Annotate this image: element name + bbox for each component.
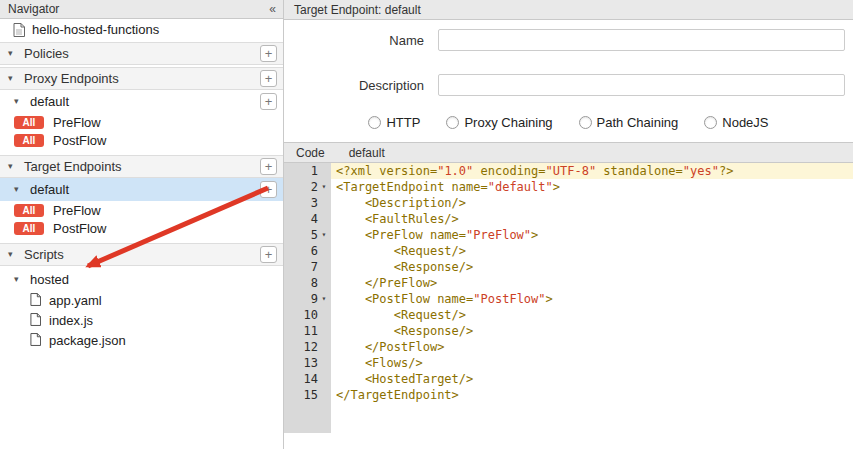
section-scripts[interactable]: ▾ Scripts +	[0, 243, 283, 266]
code-row[interactable]: 10 <Request/>	[284, 307, 853, 323]
code-row[interactable]: 8 </PreFlow>	[284, 275, 853, 291]
tree-item-target-endpoint-default[interactable]: ▾ default +	[0, 178, 283, 201]
code-line[interactable]: <?xml version="1.0" encoding="UTF-8" sta…	[331, 163, 853, 179]
caret-down-icon[interactable]: ▾	[14, 97, 24, 106]
radio-path-chaining[interactable]: Path Chaining	[579, 115, 679, 130]
add-target-endpoint-button[interactable]: +	[260, 158, 277, 175]
code-line[interactable]: <PreFlow name="PreFlow">	[331, 227, 853, 243]
line-number-gutter: 5▾	[284, 227, 331, 243]
tree-item-file-package-json[interactable]: package.json	[0, 330, 283, 350]
navigator-panel: Navigator « hello-hosted-functions ▾ Pol…	[0, 0, 284, 449]
tree-item-proxy-root[interactable]: hello-hosted-functions	[0, 19, 283, 40]
radio-circle-icon[interactable]	[579, 116, 592, 129]
code-row[interactable]: 1<?xml version="1.0" encoding="UTF-8" st…	[284, 163, 853, 179]
caret-down-icon[interactable]: ▾	[8, 74, 18, 83]
proxy-name-label: hello-hosted-functions	[32, 22, 159, 37]
file-icon	[30, 333, 42, 347]
radio-nodejs[interactable]: NodeJS	[704, 115, 768, 130]
tree-item-file-app-yaml[interactable]: app.yaml	[0, 290, 283, 310]
line-number-gutter: 3	[284, 195, 331, 211]
tree-item-file-index-js[interactable]: index.js	[0, 310, 283, 330]
file-icon	[30, 293, 42, 307]
code-panel-tab[interactable]: default	[349, 146, 385, 160]
add-policy-button[interactable]: +	[260, 45, 277, 62]
add-proxy-endpoint-button[interactable]: +	[260, 70, 277, 87]
code-row[interactable]: 15</TargetEndpoint>	[284, 387, 853, 403]
tree-item-proxy-postflow[interactable]: All PostFlow	[0, 131, 283, 149]
section-target-endpoints[interactable]: ▾ Target Endpoints +	[0, 155, 283, 178]
radio-proxy-chaining[interactable]: Proxy Chaining	[446, 115, 552, 130]
line-number: 11	[304, 323, 318, 339]
tree-item-proxy-endpoint-default[interactable]: ▾ default +	[0, 90, 283, 113]
line-number: 13	[304, 355, 318, 371]
code-line[interactable]: <PostFlow name="PostFlow">	[331, 291, 853, 307]
fold-toggle-icon[interactable]: ▾	[319, 179, 329, 195]
line-number: 15	[304, 387, 318, 403]
caret-down-icon[interactable]: ▾	[14, 275, 24, 284]
line-number-gutter: 12	[284, 339, 331, 355]
fold-toggle-icon[interactable]: ▾	[319, 291, 329, 307]
tree-item-hosted-folder[interactable]: ▾ hosted	[0, 269, 283, 290]
code-line[interactable]: </PreFlow>	[331, 275, 853, 291]
line-number-gutter: 8	[284, 275, 331, 291]
add-target-flow-button[interactable]: +	[260, 181, 277, 198]
code-row[interactable]: 2▾<TargetEndpoint name="default">	[284, 179, 853, 195]
name-input[interactable]	[438, 29, 845, 51]
line-number-gutter: 10	[284, 307, 331, 323]
code-line[interactable]: </PostFlow>	[331, 339, 853, 355]
code-line[interactable]: <Request/>	[331, 307, 853, 323]
code-line[interactable]: <FaultRules/>	[331, 211, 853, 227]
code-row[interactable]: 14 <HostedTarget/>	[284, 371, 853, 387]
code-row[interactable]: 9▾ <PostFlow name="PostFlow">	[284, 291, 853, 307]
code-row[interactable]: 5▾ <PreFlow name="PreFlow">	[284, 227, 853, 243]
line-number: 5	[311, 227, 318, 243]
file-label: index.js	[49, 313, 93, 328]
code-row[interactable]: 3 <Description/>	[284, 195, 853, 211]
line-number-gutter: 15	[284, 387, 331, 403]
section-proxy-endpoints[interactable]: ▾ Proxy Endpoints +	[0, 67, 283, 90]
code-row[interactable]: 4 <FaultRules/>	[284, 211, 853, 227]
fold-toggle-icon[interactable]: ▾	[319, 227, 329, 243]
code-row[interactable]: 13 <Flows/>	[284, 355, 853, 371]
code-line[interactable]: <TargetEndpoint name="default">	[331, 179, 853, 195]
line-number: 8	[311, 275, 318, 291]
radio-http[interactable]: HTTP	[368, 115, 420, 130]
code-line[interactable]: <Description/>	[331, 195, 853, 211]
line-number: 3	[311, 195, 318, 211]
file-label: app.yaml	[49, 293, 102, 308]
radio-http-label: HTTP	[386, 115, 420, 130]
section-policies[interactable]: ▾ Policies +	[0, 42, 283, 65]
caret-down-icon[interactable]: ▾	[8, 162, 18, 171]
code-row[interactable]: 6 <Request/>	[284, 243, 853, 259]
radio-circle-icon[interactable]	[446, 116, 459, 129]
description-input[interactable]	[438, 74, 845, 96]
code-line[interactable]: <HostedTarget/>	[331, 371, 853, 387]
description-label: Description	[284, 78, 424, 93]
tree-item-target-postflow[interactable]: All PostFlow	[0, 219, 283, 237]
tree-item-proxy-preflow[interactable]: All PreFlow	[0, 113, 283, 131]
tree-item-target-preflow[interactable]: All PreFlow	[0, 201, 283, 219]
line-number: 12	[304, 339, 318, 355]
code-editor[interactable]: 1<?xml version="1.0" encoding="UTF-8" st…	[284, 163, 853, 433]
code-line[interactable]: <Request/>	[331, 243, 853, 259]
radio-circle-icon[interactable]	[704, 116, 717, 129]
code-row[interactable]: 12 </PostFlow>	[284, 339, 853, 355]
radio-circle-icon[interactable]	[368, 116, 381, 129]
collapse-panel-button[interactable]: «	[269, 2, 275, 16]
code-line[interactable]: <Response/>	[331, 323, 853, 339]
code-line[interactable]: <Response/>	[331, 259, 853, 275]
code-line[interactable]: <Flows/>	[331, 355, 853, 371]
code-line[interactable]: </TargetEndpoint>	[331, 387, 853, 403]
app-window: Navigator « hello-hosted-functions ▾ Pol…	[0, 0, 853, 449]
file-icon	[30, 313, 42, 327]
line-number: 7	[311, 259, 318, 275]
caret-down-icon[interactable]: ▾	[8, 250, 18, 259]
add-proxy-flow-button[interactable]: +	[260, 93, 277, 110]
caret-down-icon[interactable]: ▾	[14, 185, 24, 194]
code-row[interactable]: 11 <Response/>	[284, 323, 853, 339]
endpoint-form: Name Description HTTP Proxy Chaining P	[284, 20, 853, 142]
radio-path-chaining-label: Path Chaining	[597, 115, 679, 130]
code-row[interactable]: 7 <Response/>	[284, 259, 853, 275]
caret-down-icon[interactable]: ▾	[8, 49, 18, 58]
add-script-button[interactable]: +	[260, 246, 277, 263]
